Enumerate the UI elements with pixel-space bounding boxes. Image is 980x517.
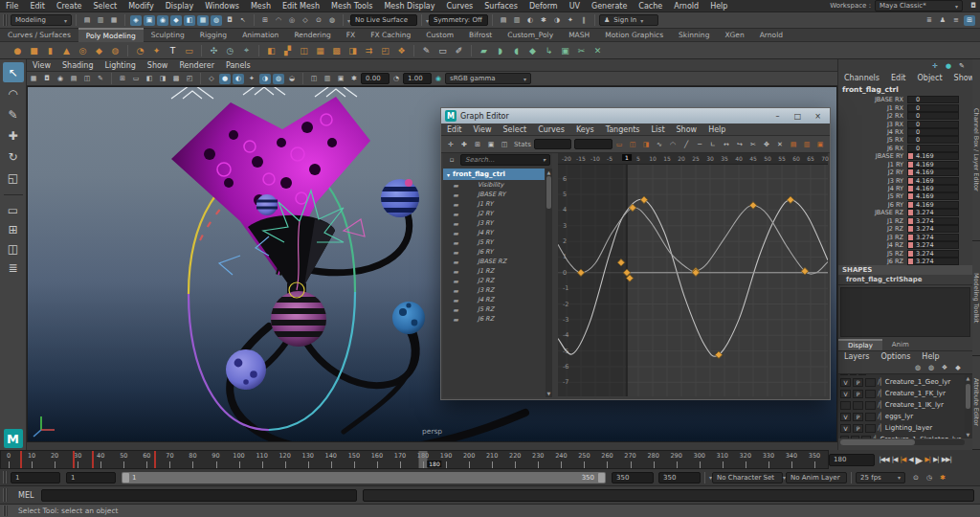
menu-windows[interactable]: Windows [199,2,245,11]
channel-value-field[interactable]: 4.169 [907,161,959,169]
channel-visibility-icon[interactable]: ▬ [443,287,468,294]
buffer-snapshot-icon[interactable]: ▤ [788,139,799,149]
live-surface-field[interactable]: No Live Surface [350,14,417,26]
tk-soft-select-icon[interactable]: ◗ [493,44,507,57]
animation-start-field[interactable]: 1 [11,472,60,483]
scroll-down-icon[interactable]: ▼ [546,390,552,397]
channel-value-field[interactable]: 3.274 [907,217,959,225]
ge-channel-j4-rz[interactable]: ▬J4 RZ [443,295,545,304]
select-tool[interactable]: ↖ [3,62,24,82]
ge-menu-tangents[interactable]: Tangents [600,125,646,134]
channel-visibility-icon[interactable]: ▬ [443,306,468,313]
grid-icon[interactable]: ⊞ [117,74,128,84]
filter-icon[interactable]: ▫ [446,155,457,166]
tab-channel-box-layer-editor[interactable]: Channel Box / Layer Editor [972,59,980,241]
shelf-tab-rendering[interactable]: Rendering [286,29,338,41]
shelf-tab-curves-surfaces[interactable]: Curves / Surfaces [0,29,78,41]
channel-name[interactable]: J1 RX [838,104,907,112]
channel-value-field[interactable]: 3.274 [907,258,959,265]
speed-dial-icon[interactable]: ● [943,60,954,71]
playback-end-field[interactable]: 350 [612,472,654,483]
channel-visibility-icon[interactable]: ▬ [443,201,468,208]
channel-value-field[interactable]: 0 [907,104,959,112]
range-slider-track[interactable]: 1 350 [122,472,606,483]
grease-pencil-icon[interactable]: ✎ [95,74,106,84]
render-settings-icon[interactable]: ✱ [538,15,549,26]
gamma-icon[interactable]: ◔ [390,74,402,84]
shelf-tab-custom-poly[interactable]: Custom_Poly [500,29,561,41]
hypershade-icon[interactable]: ◑ [551,15,563,26]
cb-menu-channels[interactable]: Channels [838,74,885,82]
construction-plane-icon[interactable]: ✣ [207,44,221,57]
move-keys-tool-icon[interactable]: ✛ [445,139,457,149]
channel-value-field[interactable]: 4.169 [907,201,959,209]
render-current-frame-icon[interactable]: ▥ [511,15,523,26]
ge-menu-select[interactable]: Select [497,125,532,134]
range-drag-handle[interactable] [3,471,8,484]
selection-lock-icon[interactable]: ◘ [224,15,235,26]
ge-channel-j5-rz[interactable]: ▬J5 RZ [443,304,545,314]
flat-tangent-icon[interactable]: ─ [694,139,705,149]
range-start-handle[interactable] [122,473,129,483]
layer-visible-toggle[interactable]: V [840,413,851,421]
step-tangent-icon[interactable]: ∟ [707,139,719,149]
blue-control-arrow[interactable] [219,236,269,275]
ipr-render-icon[interactable]: ◐ [524,15,536,26]
menu-uv[interactable]: UV [564,2,586,11]
motion-blur-icon[interactable]: ◒ [286,74,298,84]
channel-value-field[interactable]: 0 [907,145,959,152]
select-lines-mask-icon[interactable]: ◧ [184,15,195,26]
menu-display[interactable]: Display [160,2,200,11]
expand-icon[interactable]: ▾ [447,171,450,178]
channel-value-field[interactable]: 3.274 [907,209,959,216]
channel-name[interactable]: J6 RY [838,201,907,209]
hybrid-slider-icon[interactable]: ✎ [956,60,968,71]
ge-channel-j6-ry[interactable]: ▬J6 RY [443,247,545,257]
anim-layer-dropdown[interactable]: No Anim Layer [786,472,847,483]
channel-visibility-icon[interactable]: ▬ [443,239,468,246]
play-forward-button[interactable]: ▶ [914,455,924,465]
keyframe-marker[interactable] [749,202,756,209]
unify-tangents-icon[interactable]: ✥ [761,139,772,149]
go-to-end-button[interactable]: ▶▶| [940,456,952,463]
wireframe-icon[interactable]: ◇ [206,74,217,84]
channel-name[interactable]: J2 RY [838,169,907,176]
select-camera-icon[interactable]: ▦ [28,74,39,84]
menu-curves[interactable]: Curves [440,2,479,11]
spline-tangent-icon[interactable]: ∿ [654,139,665,149]
channel-visibility-icon[interactable]: ▬ [443,230,468,236]
extrude-icon[interactable]: ⇉ [362,44,376,57]
pin-channel-icon[interactable]: ▣ [814,139,826,149]
menu-edit[interactable]: Edit [24,2,51,11]
four-pane-layout-button[interactable]: ⊞ [3,220,24,238]
bridge-icon[interactable]: ◰ [378,44,392,57]
channel-value-field[interactable]: 4.169 [907,169,959,176]
scale-tool[interactable]: ◱ [3,168,24,188]
range-end-handle[interactable] [598,473,605,483]
viewport-menu-view[interactable]: View [27,61,56,70]
ge-menu-show[interactable]: Show [671,125,703,134]
snap-view-plane-icon[interactable]: ⊙ [313,15,324,26]
graph-editor-window[interactable]: M Graph Editor – □ × EditViewSelectCurve… [440,107,831,400]
channel-value-field[interactable]: 0 [907,96,959,103]
linear-tangent-icon[interactable]: ╱ [680,139,692,149]
color-management-icon[interactable]: ◉ [433,74,444,84]
channel-value-field[interactable]: 3.274 [907,241,959,249]
split-pane-layout-button[interactable]: ◫ [3,239,24,258]
image-plane-icon[interactable]: ◫ [81,74,93,84]
scroll-down-icon[interactable]: ▼ [965,431,971,438]
layer-playback-toggle[interactable]: P [853,390,863,398]
search-input[interactable]: Search...▾ [460,154,550,166]
blue-dotted-ball-right[interactable] [392,302,425,334]
layer-visible-toggle[interactable]: V [840,390,851,398]
shelf-tab-fx[interactable]: FX [339,29,363,41]
ge-menu-keys[interactable]: Keys [570,125,600,134]
snap-curve-icon[interactable]: ◠ [273,15,284,26]
sign-in-button[interactable]: ♟Sign In▾ [599,14,658,26]
boolean-difference-icon[interactable]: ◫ [297,44,311,57]
shelf-tab-xgen[interactable]: XGen [717,29,751,41]
tk-delete-icon[interactable]: ✕ [590,44,605,57]
lattice-deform-keys-icon[interactable]: ⊞ [472,139,483,149]
layer-row-creature-1-fk-lyr[interactable]: VP∕⎢Creature_1_FK_lyr [838,388,961,399]
layer-color-swatch[interactable] [861,436,870,439]
